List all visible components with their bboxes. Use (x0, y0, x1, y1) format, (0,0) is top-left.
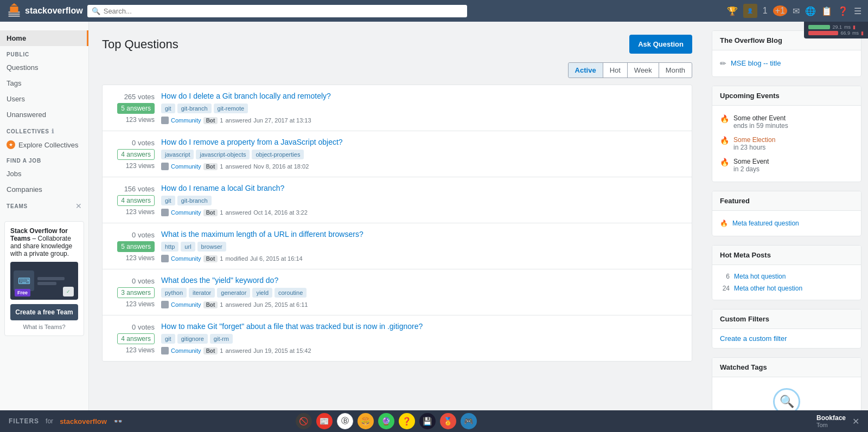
tag[interactable]: url (181, 242, 195, 252)
community-link[interactable]: Community (171, 209, 201, 216)
search-input[interactable] (104, 7, 463, 15)
sidebar-item-home[interactable]: Home (0, 30, 88, 46)
achievements-icon[interactable]: 🏆 (727, 6, 738, 16)
tag[interactable]: git-branch (177, 196, 212, 205)
question-title[interactable]: What is the maximum length of a URL in d… (161, 230, 683, 238)
action-date: Jul 6, 2015 at 16:14 (250, 255, 303, 262)
question-tags: git gitignore git-rm (161, 334, 683, 344)
filter-tab-week[interactable]: Week (627, 63, 659, 78)
filter-tab-active[interactable]: Active (569, 63, 603, 78)
tag[interactable]: http (161, 242, 178, 252)
what-is-teams-link[interactable]: What is Teams? (10, 324, 78, 330)
tag[interactable]: javascript (161, 150, 194, 159)
so-label: stackoverflow (60, 417, 107, 425)
sidebar-item-jobs[interactable]: Jobs (0, 166, 88, 182)
tag[interactable]: git-remote (214, 104, 248, 113)
question-tags: javascript javascript-objects object-pro… (161, 150, 683, 159)
bottom-icon-2[interactable]: 📰 (316, 413, 333, 429)
bottom-icon-8[interactable]: 🏅 (440, 413, 456, 429)
hot-meta-link-2[interactable]: Meta other hot question (734, 285, 802, 292)
question-title[interactable]: How do I delete a Git branch locally and… (161, 92, 683, 100)
tag[interactable]: git-rm (210, 334, 233, 344)
tag[interactable]: browser (197, 242, 226, 252)
overflow-blog-body: ✏ MSE blog -- title (712, 50, 861, 76)
inbox-icon[interactable]: ✉ (793, 6, 800, 16)
tag[interactable]: git (161, 104, 175, 113)
tag[interactable]: javascript-objects (196, 150, 250, 159)
user-rep: 1 (220, 163, 223, 170)
teams-close-icon[interactable]: ✕ (75, 202, 82, 210)
bottom-icon-7[interactable]: 💾 (419, 413, 436, 429)
question-meta: Community Bot 1 answered Jun 27, 2017 at… (161, 117, 683, 124)
tag[interactable]: iterator (189, 288, 215, 298)
search-bar[interactable]: 🔍 (87, 5, 467, 17)
filter-tab-hot[interactable]: Hot (603, 63, 627, 78)
tag[interactable]: git (161, 334, 175, 344)
question-stats: 0 votes 3 answers 123 views (111, 276, 155, 308)
review-icon[interactable]: 📋 (821, 6, 832, 16)
question-body: How do I rename a local Git branch? git … (161, 184, 683, 216)
sidebar-item-companies[interactable]: Companies (0, 182, 88, 197)
community-link[interactable]: Community (171, 163, 201, 170)
bot-badge: Bot (203, 255, 218, 262)
blog-link[interactable]: MSE blog -- title (731, 59, 781, 67)
bottom-icon-3[interactable]: Ⓑ (337, 413, 353, 429)
bottom-icon-6[interactable]: ❓ (399, 413, 415, 429)
filter-tab-month[interactable]: Month (659, 63, 692, 78)
create-filter-link[interactable]: Create a custom filter (720, 334, 787, 343)
question-title[interactable]: How do I rename a local Git branch? (161, 184, 683, 192)
bottom-icon-9[interactable]: 🎮 (461, 413, 477, 429)
tag[interactable]: yield (252, 288, 272, 298)
sidebar-item-unanswered[interactable]: Unanswered (0, 107, 88, 122)
tag[interactable]: gitignore (177, 334, 208, 344)
community-link[interactable]: Community (171, 301, 201, 308)
sidebar-item-tags[interactable]: Tags (0, 75, 88, 91)
collectives-info-icon[interactable]: ℹ (52, 128, 54, 135)
action-text: answered (225, 347, 251, 354)
featured-link[interactable]: Meta featured question (732, 220, 799, 227)
answers-badge: 5 answers (117, 241, 155, 252)
votes-count: 0 votes (132, 231, 155, 239)
ask-question-button[interactable]: Ask Question (629, 35, 692, 54)
views-count: 123 views (126, 346, 155, 354)
tag[interactable]: git-branch (177, 104, 212, 113)
watched-tags-panel: Watched Tags 🔍 Watch tags to curate your… (712, 357, 861, 410)
question-meta: Community Bot 1 answered Oct 14, 2016 at… (161, 209, 683, 216)
help-icon[interactable]: ❓ (838, 6, 848, 16)
list-item: 🔥 Some other Event ends in 59 minutes (720, 111, 853, 133)
community-link[interactable]: Community (171, 347, 201, 354)
tag[interactable]: coroutine (275, 288, 307, 298)
main-content: Top Questions Ask Question Active Hot We… (89, 22, 705, 432)
custom-filters-body: Create a custom filter (712, 329, 861, 348)
sidebar-item-questions[interactable]: Questions (0, 60, 88, 75)
table-row: 0 votes 5 answers 123 views What is the … (103, 223, 692, 269)
bot-badge: Bot (203, 117, 218, 124)
question-stats: 156 votes 4 answers 123 views (111, 184, 155, 216)
bottom-icon-5[interactable]: 🔮 (378, 413, 394, 429)
mini-meter: 29.1 ms ▮ 66.9 ms ▮ (804, 22, 868, 38)
question-body: What is the maximum length of a URL in d… (161, 230, 683, 262)
tag[interactable]: git (161, 196, 175, 205)
sidebar-item-users[interactable]: Users (0, 91, 88, 107)
close-button[interactable]: ✕ (852, 416, 859, 427)
bottom-icon-1[interactable]: 🚫 (296, 413, 312, 429)
user-avatar[interactable]: 👤 (743, 4, 757, 18)
question-title[interactable]: How to make Git "forget" about a file th… (161, 322, 683, 331)
community-link[interactable]: Community (171, 117, 201, 124)
achievements-globe-icon[interactable]: 🌐 (805, 6, 816, 16)
explore-collectives[interactable]: ★ Explore Collectives (0, 137, 88, 152)
tag[interactable]: object-properties (252, 150, 304, 159)
watched-tags-header: Watched Tags (712, 358, 861, 377)
question-title[interactable]: What does the "yield" keyword do? (161, 276, 683, 285)
tag[interactable]: generator (217, 288, 250, 298)
question-title[interactable]: How do I remove a property from a JavaSc… (161, 138, 683, 146)
hot-meta-link-1[interactable]: Meta hot question (734, 273, 786, 280)
hot-meta-count-1: 6 (720, 273, 730, 280)
user-rep: 1 (220, 347, 223, 354)
menu-icon[interactable]: ☰ (854, 6, 861, 16)
create-team-button[interactable]: Create a free Team (10, 304, 78, 320)
community-link[interactable]: Community (171, 255, 201, 262)
tag[interactable]: python (161, 288, 187, 298)
bottom-icon-4[interactable]: 🍔 (358, 413, 374, 429)
site-logo[interactable]: stackoverflow (7, 3, 83, 18)
